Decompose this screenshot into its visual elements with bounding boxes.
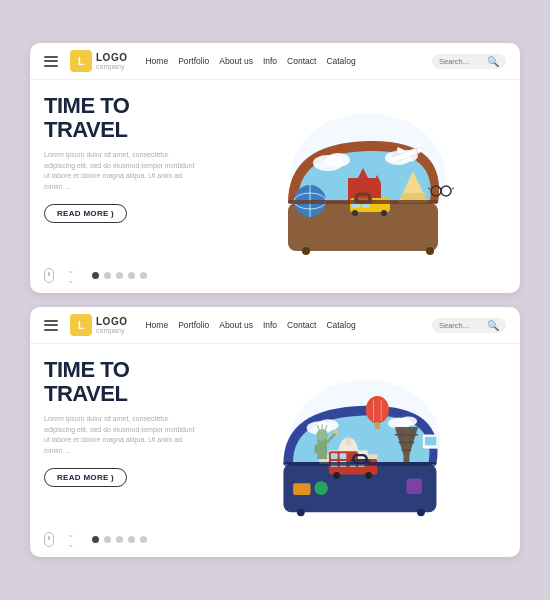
chevron-down-1: ⌄ [67, 266, 75, 275]
svg-rect-68 [339, 453, 346, 459]
content-2: TIME TOTRAVEL Lorem ipsum dolor sit amet… [30, 344, 520, 530]
card-1: L LOGO company Home Portfolio About us I… [30, 43, 520, 293]
scroll-rect [44, 268, 54, 283]
dot-2-5[interactable] [140, 536, 147, 543]
read-more-button-2[interactable]: READ MORE ) [44, 468, 127, 487]
chevron-down-3: ⌄ [67, 530, 75, 539]
scroll-indicator-1 [44, 268, 54, 283]
nav-contact[interactable]: Contact [287, 56, 316, 66]
navbar-2: L LOGO company Home Portfolio About us I… [30, 307, 520, 344]
nav-home-2[interactable]: Home [145, 320, 168, 330]
suitcase-illustration-2 [253, 367, 463, 522]
svg-rect-77 [283, 462, 436, 466]
scroll-rect-2 [44, 532, 54, 547]
hamburger-menu-2[interactable] [44, 320, 58, 331]
svg-rect-78 [293, 483, 310, 495]
left-col-2: TIME TOTRAVEL Lorem ipsum dolor sit amet… [44, 358, 199, 522]
search-input-1[interactable] [439, 57, 483, 66]
logo-title: LOGO [96, 53, 127, 63]
svg-point-81 [296, 508, 304, 516]
nav-home[interactable]: Home [145, 56, 168, 66]
read-more-button-1[interactable]: READ MORE ) [44, 204, 127, 223]
dot-2-4[interactable] [128, 536, 135, 543]
dot-2-2[interactable] [104, 536, 111, 543]
logo-2: L LOGO company [70, 314, 127, 336]
chevron-down-4: ⌄ [67, 540, 75, 549]
nav-about[interactable]: About us [219, 56, 253, 66]
svg-line-30 [452, 188, 454, 189]
hero-title-1: TIME TOTRAVEL [44, 94, 199, 142]
nav-catalog-2[interactable]: Catalog [326, 320, 355, 330]
svg-rect-60 [374, 422, 380, 429]
nav-links-2: Home Portfolio About us Info Contact Cat… [145, 320, 424, 330]
svg-rect-41 [403, 427, 409, 464]
dot-1-2[interactable] [104, 272, 111, 279]
dot-1-5[interactable] [140, 272, 147, 279]
suitcase-illustration-1 [258, 103, 458, 258]
svg-point-52 [316, 429, 328, 441]
bottom-bar-1: ⌄ ⌄ [30, 266, 520, 293]
bottom-bar-2: ⌄ ⌄ [30, 530, 520, 557]
hamburger-menu[interactable] [44, 56, 58, 67]
navbar-1: L LOGO company Home Portfolio About us I… [30, 43, 520, 80]
svg-rect-79 [314, 481, 328, 495]
svg-point-82 [417, 508, 425, 516]
scroll-indicator-2 [44, 532, 54, 547]
search-box-2[interactable]: 🔍 [432, 318, 506, 333]
svg-point-32 [302, 247, 310, 255]
svg-point-3 [326, 153, 350, 167]
illustration-1 [209, 94, 506, 258]
dot-nav-1 [92, 272, 147, 279]
svg-point-74 [365, 472, 372, 479]
illustration-2 [209, 358, 506, 522]
search-icon-1[interactable]: 🔍 [487, 56, 499, 67]
svg-rect-67 [330, 453, 337, 459]
content-1: TIME TOTRAVEL Lorem ipsum dolor sit amet… [30, 80, 520, 266]
svg-rect-84 [424, 437, 436, 446]
nav-info[interactable]: Info [263, 56, 277, 66]
svg-rect-26 [288, 200, 438, 204]
logo-icon: L [70, 50, 92, 72]
search-icon-2[interactable]: 🔍 [487, 320, 499, 331]
search-box-1[interactable]: 🔍 [432, 54, 506, 69]
nav-portfolio-2[interactable]: Portfolio [178, 320, 209, 330]
left-col-1: TIME TOTRAVEL Lorem ipsum dolor sit amet… [44, 94, 199, 258]
svg-rect-80 [406, 478, 422, 494]
dot-nav-2 [92, 536, 147, 543]
logo-icon-2: L [70, 314, 92, 336]
chevron-down-2: ⌄ [67, 276, 75, 285]
scroll-arrows-1: ⌄ ⌄ [67, 266, 75, 285]
svg-point-19 [381, 210, 387, 216]
dot-1-active[interactable] [92, 272, 99, 279]
hero-body-2: Lorem ipsum dolor sit amet, consectetur … [44, 414, 199, 456]
dot-1-4[interactable] [128, 272, 135, 279]
dot-2-3[interactable] [116, 536, 123, 543]
nav-contact-2[interactable]: Contact [287, 320, 316, 330]
nav-links-1: Home Portfolio About us Info Contact Cat… [145, 56, 424, 66]
nav-about-2[interactable]: About us [219, 320, 253, 330]
card-2: L LOGO company Home Portfolio About us I… [30, 307, 520, 557]
nav-info-2[interactable]: Info [263, 320, 277, 330]
dot-2-active[interactable] [92, 536, 99, 543]
logo-title-2: LOGO [96, 317, 127, 327]
svg-point-33 [426, 247, 434, 255]
svg-point-54 [333, 430, 337, 434]
svg-rect-47 [345, 438, 351, 446]
svg-point-73 [333, 472, 340, 479]
svg-point-37 [317, 419, 338, 431]
svg-rect-58 [314, 445, 321, 454]
svg-point-18 [352, 210, 358, 216]
logo-sub: company [96, 63, 127, 70]
search-input-2[interactable] [439, 321, 483, 330]
svg-point-39 [399, 416, 416, 426]
hero-body-1: Lorem ipsum dolor sit amet, consectetur … [44, 150, 199, 192]
logo: L LOGO company [70, 50, 127, 72]
scroll-arrows-2: ⌄ ⌄ [67, 530, 75, 549]
nav-portfolio[interactable]: Portfolio [178, 56, 209, 66]
nav-catalog[interactable]: Catalog [326, 56, 355, 66]
svg-point-59 [365, 396, 388, 423]
hero-title-2: TIME TOTRAVEL [44, 358, 199, 406]
logo-sub-2: company [96, 327, 127, 334]
dot-1-3[interactable] [116, 272, 123, 279]
